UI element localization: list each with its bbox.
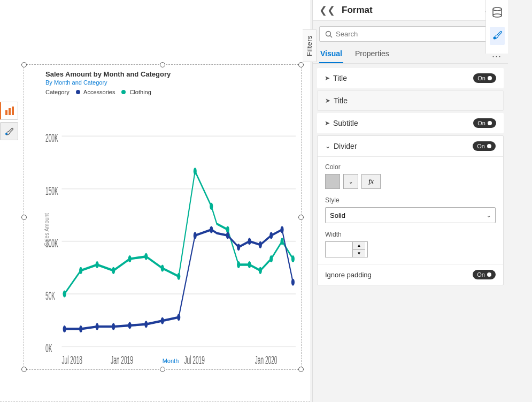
svg-rect-0 <box>5 110 7 115</box>
svg-text:50K: 50K <box>45 290 55 302</box>
sidebar-icon-bar-chart[interactable] <box>0 102 18 120</box>
color-swatch[interactable] <box>325 174 340 189</box>
svg-point-38 <box>144 321 148 328</box>
svg-point-31 <box>281 238 284 245</box>
ignore-padding-toggle[interactable]: On <box>473 270 496 279</box>
divider-section: ⌄ Divider On Color ⌄ fx Style <box>317 135 504 285</box>
title-chevron-icon: ➤ <box>325 74 330 82</box>
svg-point-39 <box>161 317 164 324</box>
handle-bm[interactable] <box>160 367 165 372</box>
sidebar-icon-paintbrush[interactable] <box>0 122 18 140</box>
title-section-header[interactable]: ➤ Title On <box>317 68 504 88</box>
right-panel: ❮❮ Format ⌄ ✕ Visual Properties ... ➤ <box>312 0 508 402</box>
svg-text:0K: 0K <box>45 342 52 355</box>
chart-svg: 0K 50K 100K 150K 200K <box>45 95 296 364</box>
svg-text:Jul 2019: Jul 2019 <box>184 354 204 364</box>
svg-rect-1 <box>9 108 11 115</box>
svg-point-23 <box>177 273 180 280</box>
legend-accessories: Accessories <box>76 89 115 95</box>
subtitle-toggle-dot <box>488 121 492 125</box>
format-sections: ➤ Title On ➤ Title ➤ Subtitle On <box>313 64 508 402</box>
style-row: Solid ⌄ <box>325 207 496 223</box>
divider-toggle-label: On <box>477 143 485 149</box>
svg-text:150K: 150K <box>45 184 58 197</box>
subtitle-section-header[interactable]: ➤ Subtitle On <box>317 113 504 133</box>
svg-rect-2 <box>12 107 14 115</box>
svg-text:Jan 2019: Jan 2019 <box>111 354 133 364</box>
legend-dot-accessories <box>76 90 80 94</box>
ignore-padding-toggle-label: On <box>477 271 485 278</box>
svg-text:Jan 2020: Jan 2020 <box>255 354 277 364</box>
svg-point-36 <box>112 323 115 330</box>
cylinder-icon[interactable] <box>490 4 505 22</box>
divider-toggle[interactable]: On <box>473 141 496 151</box>
width-input-wrap: 1 ▲ ▼ <box>325 241 368 257</box>
search-box <box>319 26 502 42</box>
search-input[interactable] <box>336 30 496 38</box>
format-panel-header: ❮❮ Format ⌄ ✕ <box>313 0 508 21</box>
width-spin-up[interactable]: ▲ <box>353 242 365 250</box>
subtitle-toggle-label: On <box>477 120 485 126</box>
svg-point-59 <box>326 31 331 36</box>
handle-mr[interactable] <box>298 215 304 220</box>
subtitle-section: ➤ Subtitle On <box>317 113 504 133</box>
handle-ml[interactable] <box>21 215 27 220</box>
style-dropdown-icon: ⌄ <box>487 213 491 218</box>
tab-properties[interactable]: Properties <box>354 45 390 63</box>
top-right-icons <box>485 0 508 54</box>
width-row: 1 ▲ ▼ <box>325 241 496 257</box>
title-expanded-header[interactable]: ➤ Title <box>318 91 503 110</box>
color-row: ⌄ fx <box>325 174 496 189</box>
svg-point-22 <box>161 264 164 271</box>
color-dropdown-btn[interactable]: ⌄ <box>343 174 358 189</box>
title-toggle-dot <box>488 76 492 80</box>
title-toggle[interactable]: On <box>473 73 496 83</box>
tab-visual[interactable]: Visual <box>319 45 343 63</box>
width-spinners: ▲ ▼ <box>352 242 365 257</box>
filters-tab[interactable]: Filters <box>303 29 317 62</box>
ignore-padding-toggle-dot <box>487 272 491 277</box>
subtitle-toggle[interactable]: On <box>473 118 496 128</box>
chart-subtitle: By Month and Category <box>45 79 296 86</box>
style-value: Solid <box>330 211 487 219</box>
svg-point-18 <box>96 261 99 268</box>
legend-text-accessories: Accessories <box>83 89 115 95</box>
svg-point-29 <box>259 267 262 274</box>
back-arrow-icon[interactable]: ❮❮ <box>319 4 335 16</box>
color-label: Color <box>325 163 496 171</box>
svg-point-28 <box>248 261 251 268</box>
divider-body: Color ⌄ fx Style Solid ⌄ Width <box>318 157 503 264</box>
svg-point-16 <box>63 290 66 297</box>
handle-tm[interactable] <box>160 62 165 67</box>
legend-label: Category <box>45 89 70 95</box>
title-section: ➤ Title On <box>317 68 504 88</box>
style-select-wrap[interactable]: Solid ⌄ <box>325 207 496 223</box>
title-toggle-label: On <box>477 75 485 81</box>
sidebar-icons <box>0 102 19 140</box>
chart-title: Sales Amount by Month and Category <box>45 70 296 78</box>
format-paintbrush-icon[interactable] <box>490 27 505 45</box>
handle-tl[interactable] <box>21 62 27 67</box>
handle-tr[interactable] <box>298 62 304 67</box>
svg-point-42 <box>210 226 213 233</box>
svg-point-34 <box>79 325 82 332</box>
svg-point-17 <box>79 267 82 274</box>
ignore-padding-row: Ignore padding On <box>318 264 503 285</box>
legend-text-clothing: Clothing <box>129 89 151 95</box>
width-spin-down[interactable]: ▼ <box>353 250 365 257</box>
svg-point-33 <box>63 325 66 332</box>
legend-clothing: Clothing <box>121 89 151 95</box>
style-label: Style <box>325 196 496 204</box>
width-input[interactable]: 1 <box>326 242 352 257</box>
svg-point-20 <box>128 255 132 262</box>
panel-title: Format <box>342 5 479 16</box>
handle-bl[interactable] <box>21 367 27 372</box>
svg-text:200K: 200K <box>45 132 58 145</box>
search-icon <box>325 31 333 38</box>
divider-section-header[interactable]: ⌄ Divider On <box>318 136 503 157</box>
fx-button[interactable]: fx <box>361 174 381 189</box>
handle-br[interactable] <box>298 367 304 372</box>
svg-point-48 <box>281 226 284 233</box>
ignore-padding-label: Ignore padding <box>325 271 473 279</box>
chart-legend: Category Accessories Clothing <box>45 89 296 95</box>
